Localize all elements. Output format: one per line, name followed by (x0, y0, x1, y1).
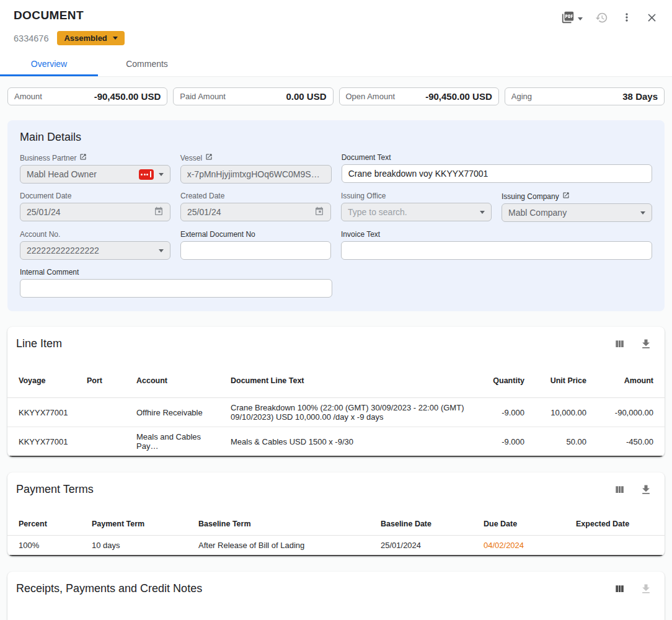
tab-overview[interactable]: Overview (0, 51, 98, 76)
column-settings-icon[interactable] (614, 338, 626, 350)
percent-cell: 100% (15, 536, 88, 555)
issuing-company-open-link-icon[interactable] (562, 192, 570, 201)
account-cell: Meals and Cables Pay… (133, 427, 227, 456)
document-date-value: 25/01/24 (27, 207, 149, 217)
external-document-no-input[interactable] (180, 241, 331, 260)
document-line-text-cell: Meals & Cables USD 1500 x -9/30 (227, 432, 472, 451)
created-date-input[interactable]: 25/01/24 (180, 203, 331, 221)
main-details-title: Main Details (20, 131, 652, 144)
voyage-cell: KKYYX77001 (15, 432, 83, 451)
line-item-row[interactable]: KKYYX77001 Meals and Cables Pay… Meals &… (7, 427, 665, 457)
port-cell (83, 407, 133, 417)
document-text-input[interactable]: Crane breakdown voy KKYYX77001 (342, 164, 652, 183)
open-amount-value: -90,450.00 USD (425, 91, 492, 102)
business-partner-field: Business Partner Mabl Head Owner (20, 153, 170, 184)
pdf-dropdown-caret-icon (578, 17, 583, 20)
col-account[interactable]: Account (133, 371, 227, 390)
business-partner-open-link-icon[interactable] (79, 153, 87, 162)
account-no-value: 222222222222222 (27, 246, 154, 255)
mabl-extension-icon[interactable] (139, 169, 154, 180)
receipts-title: Receipts, Payments and Credit Notes (16, 582, 202, 595)
receipts-section: Receipts, Payments and Credit Notes Docu… (7, 572, 665, 620)
col-expected-date[interactable]: Expected Date (572, 515, 657, 533)
expected-date-cell (572, 541, 657, 551)
amount-label: Amount (14, 92, 42, 101)
document-text-field: Document Text Crane breakdown voy KKYYX7… (342, 153, 652, 184)
quantity-cell: -9.000 (472, 403, 528, 422)
col-quantity[interactable]: Quantity (472, 371, 528, 390)
created-date-field: Created Date 25/01/24 (180, 192, 331, 222)
business-partner-label: Business Partner (20, 154, 76, 162)
issuing-office-field: Issuing Office Type to search. (341, 192, 492, 222)
col-due-date[interactable]: Due Date (480, 515, 572, 533)
issuing-company-label: Issuing Company (502, 192, 559, 201)
pdf-icon (561, 11, 575, 27)
payment-term-cell: 10 days (88, 536, 195, 555)
col-payment-term[interactable]: Payment Term (88, 515, 195, 533)
close-icon (645, 11, 658, 27)
col-document-line-text[interactable]: Document Line Text (227, 371, 472, 390)
calendar-icon[interactable] (314, 206, 324, 218)
col-voyage[interactable]: Voyage (15, 371, 83, 390)
col-percent[interactable]: Percent (15, 515, 88, 533)
issuing-office-select[interactable]: Type to search. (341, 203, 492, 221)
internal-comment-label: Internal Comment (20, 268, 79, 277)
amount-value: -90,450.00 USD (94, 91, 161, 102)
history-icon (595, 11, 608, 27)
business-partner-caret-icon (159, 173, 164, 176)
document-date-label: Document Date (20, 192, 71, 200)
vessel-input[interactable]: x-7pMnHjyjimtxgHOq6WC0M9SNft… (180, 165, 332, 184)
header-toolbar (561, 9, 658, 27)
amount-card: Amount -90,450.00 USD (7, 87, 167, 105)
line-item-header-row: Voyage Port Account Document Line Text Q… (7, 364, 665, 398)
account-no-field: Account No. 222222222222222 (20, 230, 170, 260)
download-icon[interactable] (640, 338, 652, 350)
paid-amount-value: 0.00 USD (286, 91, 326, 102)
document-date-input[interactable]: 25/01/24 (20, 203, 170, 221)
internal-comment-input[interactable] (20, 279, 332, 298)
payment-terms-title: Payment Terms (16, 483, 94, 496)
column-settings-icon[interactable] (614, 583, 626, 595)
port-cell (83, 436, 133, 446)
account-no-select[interactable]: 222222222222222 (20, 241, 170, 260)
issuing-company-select[interactable]: Mabl Company (502, 203, 652, 222)
download-icon[interactable] (640, 484, 652, 496)
account-no-label: Account No. (20, 230, 60, 239)
business-partner-value: Mabl Head Owner (27, 169, 134, 179)
baseline-date-cell: 25/01/2024 (377, 536, 480, 555)
col-amount[interactable]: Amount (590, 371, 657, 390)
col-baseline-date[interactable]: Baseline Date (377, 515, 480, 533)
history-button[interactable] (595, 11, 608, 27)
created-date-label: Created Date (180, 192, 224, 200)
col-unit-price[interactable]: Unit Price (528, 371, 590, 390)
document-text-label: Document Text (342, 153, 391, 162)
account-no-caret-icon (159, 249, 164, 252)
line-item-row[interactable]: KKYYX77001 Offhire Receivable Crane Brea… (7, 398, 665, 427)
column-settings-icon[interactable] (614, 484, 626, 496)
tab-comments[interactable]: Comments (98, 51, 196, 76)
business-partner-select[interactable]: Mabl Head Owner (20, 165, 170, 184)
status-badge[interactable]: Assembled (57, 31, 124, 45)
close-button[interactable] (645, 11, 658, 27)
payment-terms-row[interactable]: 100% 10 days After Release of Bill of La… (7, 536, 665, 556)
invoice-text-input[interactable] (341, 241, 652, 260)
calendar-icon[interactable] (154, 206, 164, 218)
col-baseline-term[interactable]: Baseline Term (195, 515, 377, 533)
issuing-office-placeholder: Type to search. (348, 207, 475, 217)
amount-cell: -450.00 (590, 432, 657, 451)
unit-price-cell: 10,000.00 (528, 403, 590, 422)
amount-cell: -90,000.00 (590, 403, 657, 422)
receipts-table: Document No Document Date Document Type … (7, 614, 665, 620)
more-menu-button[interactable] (621, 11, 633, 26)
open-amount-label: Open Amount (346, 92, 396, 101)
payment-terms-table: Percent Payment Term Baseline Term Basel… (7, 512, 665, 556)
issuing-office-label: Issuing Office (341, 192, 386, 200)
pdf-export-button[interactable] (561, 11, 583, 27)
line-item-title: Line Item (16, 337, 62, 350)
col-port[interactable]: Port (83, 371, 133, 390)
download-icon (640, 583, 652, 595)
unit-price-cell: 50.00 (528, 432, 590, 451)
aging-label: Aging (511, 92, 532, 101)
vessel-open-link-icon[interactable] (205, 153, 213, 162)
vessel-label: Vessel (180, 154, 202, 162)
